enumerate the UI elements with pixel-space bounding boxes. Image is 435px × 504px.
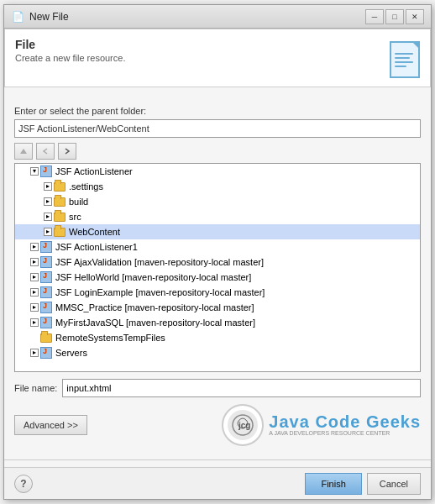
project-icon — [40, 241, 52, 253]
expand-toggle[interactable]: ▸ — [44, 213, 52, 221]
footer: ? Finish Cancel — [4, 467, 431, 499]
tree-item-label: build — [69, 197, 88, 207]
project-icon — [40, 286, 52, 298]
jcg-logo: jcg Java Code Geeks A JAVA DEVELOPERS RE… — [222, 404, 421, 446]
project-icon — [40, 165, 52, 177]
tree-item-myfirst[interactable]: ▸ MyFirstJavaSQL [maven-repository-local… — [15, 315, 420, 330]
footer-divider — [4, 459, 431, 460]
folder-path-input[interactable] — [14, 119, 421, 138]
filename-input[interactable] — [62, 379, 421, 397]
tree-item-mmsc[interactable]: ▸ MMSC_Practice [maven-repository-local … — [15, 300, 420, 315]
expand-toggle[interactable]: ▸ — [30, 318, 39, 327]
tree-item-remote[interactable]: RemoteSystemsTempFiles — [15, 330, 420, 345]
expand-toggle[interactable]: ▸ — [30, 349, 39, 357]
folder-icon — [54, 182, 66, 192]
tree-item-label: WebContent — [69, 227, 120, 237]
expand-toggle[interactable]: ▸ — [30, 243, 39, 251]
project-icon — [40, 271, 52, 283]
main-content: Enter or select the parent folder: ▾ JSF… — [4, 96, 431, 459]
expand-toggle[interactable]: ▸ — [30, 303, 39, 312]
nav-up-button[interactable] — [14, 143, 33, 160]
tree-item-label: JSF ActionListener — [55, 166, 133, 176]
help-button[interactable]: ? — [14, 475, 33, 493]
page-title: File — [15, 38, 125, 51]
page-subtitle: Create a new file resource. — [15, 53, 125, 63]
project-icon — [40, 302, 52, 313]
maximize-button[interactable]: □ — [385, 9, 404, 24]
filename-label: File name: — [14, 383, 57, 393]
header-text: File Create a new file resource. — [15, 38, 125, 71]
folder-icon — [54, 228, 66, 237]
tree-item-label: JSF ActionListener1 — [55, 242, 138, 252]
tree-item-label: JSF LoginExample [maven-repository-local… — [55, 287, 265, 297]
jcg-inner-logo: jcg — [228, 410, 258, 440]
tree-item-src[interactable]: ▸ src — [15, 209, 420, 224]
filename-row: File name: — [14, 379, 421, 397]
tree-item-webcontent[interactable]: ▸ WebContent — [15, 224, 420, 239]
svg-text:jcg: jcg — [238, 421, 250, 430]
finish-button[interactable]: Finish — [305, 473, 361, 495]
tree-item-label: MMSC_Practice [maven-repository-local ma… — [55, 302, 254, 312]
jcg-sub-text: A JAVA DEVELOPERS RESOURCE CENTER — [269, 430, 421, 437]
tree-item-label: Servers — [55, 348, 87, 358]
jcg-text: Java Code Geeks A JAVA DEVELOPERS RESOUR… — [269, 413, 421, 437]
tree-item-label: .settings — [69, 181, 103, 192]
window-controls: ─ □ ✕ — [365, 9, 424, 24]
tree-item-jsf-action[interactable]: ▾ JSF ActionListener — [15, 164, 420, 179]
tree-item-build[interactable]: ▸ build — [15, 194, 420, 209]
tree-item-label: MyFirstJavaSQL [maven-repository-local m… — [55, 318, 255, 328]
minimize-button[interactable]: ─ — [365, 9, 384, 24]
folder-tree[interactable]: ▾ JSF ActionListener ▸ .settings ▸ build… — [14, 163, 421, 372]
file-document-icon — [390, 41, 420, 78]
tree-item-label: JSF HelloWorld [maven-repository-local m… — [55, 272, 251, 282]
project-icon — [40, 256, 52, 268]
tree-item-jsf-hello[interactable]: ▸ JSF HelloWorld [maven-repository-local… — [15, 270, 420, 285]
expand-toggle[interactable]: ▸ — [44, 197, 52, 206]
folder-icon — [54, 197, 66, 207]
tree-item-settings[interactable]: ▸ .settings — [15, 179, 420, 194]
footer-buttons: Finish Cancel — [305, 473, 421, 495]
tree-item-servers[interactable]: ▸ Servers — [15, 345, 420, 360]
nav-toolbar — [14, 143, 421, 160]
tree-item-jsf-action1[interactable]: ▸ JSF ActionListener1 — [15, 239, 420, 255]
bottom-section: File name: Advanced >> jcg — [14, 379, 421, 449]
folder-icon — [54, 213, 66, 222]
window-icon: 📄 — [11, 10, 24, 24]
project-icon — [40, 317, 52, 328]
close-button[interactable]: ✕ — [406, 9, 424, 24]
expand-toggle[interactable]: ▾ — [30, 167, 39, 176]
new-file-dialog: 📄 New File ─ □ ✕ File Create a new file … — [3, 4, 432, 500]
nav-forward-button[interactable] — [58, 143, 76, 160]
expand-toggle[interactable]: ▸ — [30, 288, 39, 297]
tree-item-label: JSF AjaxValidation [maven-repository-loc… — [55, 257, 264, 267]
expand-toggle[interactable]: ▸ — [44, 228, 52, 236]
expand-toggle[interactable]: ▸ — [30, 258, 39, 266]
expand-toggle[interactable]: ▸ — [30, 273, 39, 281]
tree-item-label: RemoteSystemsTempFiles — [55, 333, 165, 343]
tree-item-jsf-login[interactable]: ▸ JSF LoginExample [maven-repository-loc… — [15, 285, 420, 300]
folder-label: Enter or select the parent folder: — [14, 106, 421, 116]
jcg-circle-logo: jcg — [222, 404, 264, 446]
advanced-button[interactable]: Advanced >> — [14, 415, 87, 435]
expand-toggle[interactable]: ▸ — [44, 182, 52, 191]
project-icon — [40, 347, 52, 359]
window-title: New File — [29, 11, 365, 23]
jcg-main-text: Java Code Geeks — [269, 413, 421, 430]
header-section: File Create a new file resource. — [4, 29, 431, 87]
cancel-button[interactable]: Cancel — [367, 473, 421, 495]
tree-item-label: src — [69, 212, 81, 222]
title-bar: 📄 New File ─ □ ✕ — [4, 5, 431, 29]
tree-item-jsf-ajax[interactable]: ▸ JSF AjaxValidation [maven-repository-l… — [15, 255, 420, 270]
nav-back-button[interactable] — [36, 143, 55, 160]
folder-icon — [40, 333, 52, 343]
